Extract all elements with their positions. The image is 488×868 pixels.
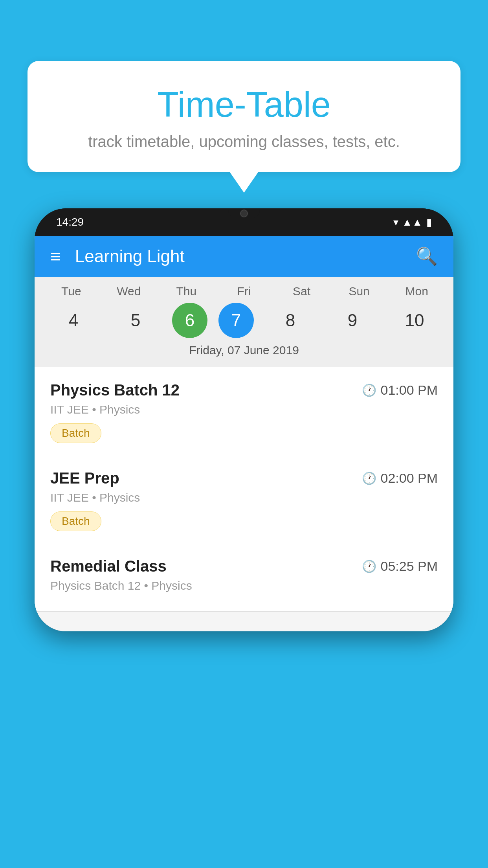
schedule-item-3-subtitle: Physics Batch 12 • Physics xyxy=(50,579,438,592)
status-time: 14:29 xyxy=(56,216,84,228)
clock-icon-1: 🕐 xyxy=(362,383,376,397)
schedule-item-1-time: 🕐 01:00 PM xyxy=(362,383,438,398)
selected-date-label: Friday, 07 June 2019 xyxy=(35,344,453,363)
wifi-icon: ▾ xyxy=(393,216,398,228)
schedule-item-3-time: 🕐 05:25 PM xyxy=(362,559,438,574)
front-camera xyxy=(240,210,248,217)
menu-icon[interactable]: ≡ xyxy=(50,246,61,267)
day-7-selected[interactable]: 7 xyxy=(218,303,254,338)
day-header-thu: Thu xyxy=(161,285,212,298)
schedule-item-3-title: Remedial Class xyxy=(50,557,167,575)
phone-body: 14:29 ▾ ▲▲ ▮ ≡ Learning Light 🔍 Tue xyxy=(35,208,453,631)
day-8[interactable]: 8 xyxy=(265,303,316,338)
day-4[interactable]: 4 xyxy=(48,303,99,338)
schedule-item-2-title: JEE Prep xyxy=(50,469,119,487)
schedule-item-2-time: 🕐 02:00 PM xyxy=(362,471,438,486)
page-title: Time-Table xyxy=(59,85,429,125)
schedule-item-3[interactable]: Remedial Class 🕐 05:25 PM Physics Batch … xyxy=(35,543,453,612)
speech-bubble-card: Time-Table track timetable, upcoming cla… xyxy=(28,61,460,172)
schedule-item-1-subtitle: IIT JEE • Physics xyxy=(50,403,438,416)
day-header-wed: Wed xyxy=(103,285,154,298)
clock-icon-2: 🕐 xyxy=(362,471,376,485)
schedule-item-2-subtitle: IIT JEE • Physics xyxy=(50,491,438,504)
day-header-sun: Sun xyxy=(334,285,385,298)
schedule-list: Physics Batch 12 🕐 01:00 PM IIT JEE • Ph… xyxy=(35,367,453,612)
app-bar: ≡ Learning Light 🔍 xyxy=(35,236,453,277)
schedule-item-3-header: Remedial Class 🕐 05:25 PM xyxy=(50,557,438,575)
notch xyxy=(228,208,260,218)
batch-tag-2: Batch xyxy=(50,511,101,531)
speech-bubble-section: Time-Table track timetable, upcoming cla… xyxy=(28,61,460,193)
phone-screen: ≡ Learning Light 🔍 Tue Wed Thu Fri Sat S… xyxy=(35,236,453,631)
day-6-today[interactable]: 6 xyxy=(172,303,207,338)
battery-icon: ▮ xyxy=(426,216,432,228)
status-icons: ▾ ▲▲ ▮ xyxy=(393,216,432,228)
schedule-item-1-header: Physics Batch 12 🕐 01:00 PM xyxy=(50,381,438,399)
search-icon[interactable]: 🔍 xyxy=(416,246,438,267)
calendar-strip: Tue Wed Thu Fri Sat Sun Mon 4 5 6 7 8 9 … xyxy=(35,277,453,367)
day-headers: Tue Wed Thu Fri Sat Sun Mon xyxy=(35,285,453,298)
schedule-item-1-title: Physics Batch 12 xyxy=(50,381,180,399)
day-header-tue: Tue xyxy=(46,285,97,298)
batch-tag-1: Batch xyxy=(50,423,101,443)
day-5[interactable]: 5 xyxy=(110,303,161,338)
day-header-fri: Fri xyxy=(218,285,270,298)
clock-icon-3: 🕐 xyxy=(362,559,376,573)
day-numbers: 4 5 6 7 8 9 10 xyxy=(35,303,453,338)
day-10[interactable]: 10 xyxy=(389,303,440,338)
schedule-item-2[interactable]: JEE Prep 🕐 02:00 PM IIT JEE • Physics Ba… xyxy=(35,455,453,543)
day-header-mon: Mon xyxy=(391,285,442,298)
schedule-item-1[interactable]: Physics Batch 12 🕐 01:00 PM IIT JEE • Ph… xyxy=(35,367,453,455)
app-bar-title: Learning Light xyxy=(75,246,416,266)
day-header-sat: Sat xyxy=(276,285,327,298)
signal-icon: ▲▲ xyxy=(402,216,422,228)
phone-mockup: 14:29 ▾ ▲▲ ▮ ≡ Learning Light 🔍 Tue xyxy=(35,208,453,631)
phone-bottom-spacer xyxy=(35,612,453,631)
status-bar: 14:29 ▾ ▲▲ ▮ xyxy=(35,208,453,236)
schedule-item-2-header: JEE Prep 🕐 02:00 PM xyxy=(50,469,438,487)
speech-bubble-tail xyxy=(230,172,258,193)
page-subtitle: track timetable, upcoming classes, tests… xyxy=(59,133,429,151)
day-9[interactable]: 9 xyxy=(327,303,378,338)
